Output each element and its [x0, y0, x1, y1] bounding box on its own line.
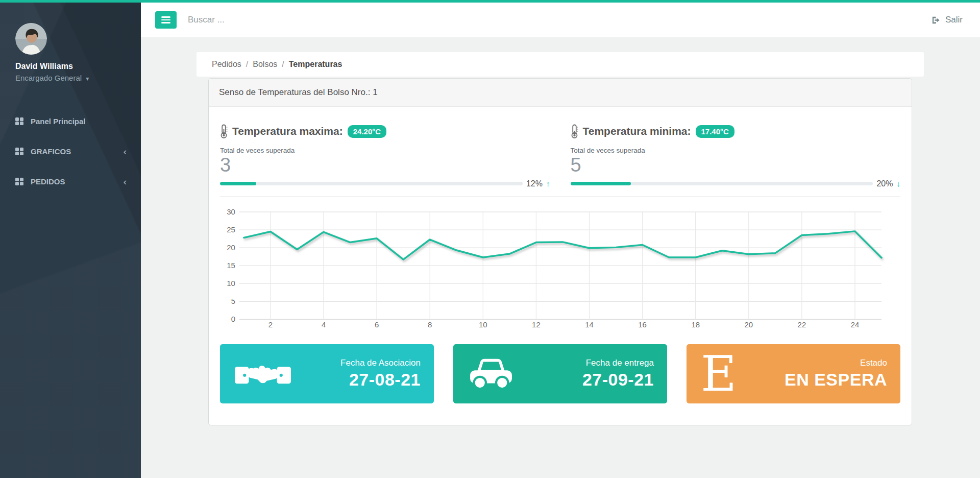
- svg-text:6: 6: [375, 320, 379, 329]
- svg-text:20: 20: [227, 243, 235, 252]
- svg-text:24: 24: [851, 320, 860, 329]
- search-input[interactable]: [188, 15, 931, 25]
- breadcrumb-separator: /: [246, 60, 248, 69]
- user-name: David Williams: [15, 62, 141, 71]
- app-layout: David Williams Encargado General ▾ Panel…: [0, 3, 980, 478]
- info-box-text: Fecha de Asociacion 27-08-21: [340, 358, 421, 390]
- breadcrumb-item-bolsos[interactable]: Bolsos: [253, 60, 277, 69]
- sidebar-item-label: PEDIDOS: [31, 177, 65, 186]
- temperatures-card: Senso de Temperaturas del Bolso Nro.: 1: [208, 78, 912, 425]
- progress-row: 20% ↓: [571, 179, 901, 188]
- svg-text:0: 0: [231, 315, 235, 323]
- avatar[interactable]: [15, 23, 47, 55]
- info-box-text: Fecha de entrega 27-09-21: [582, 358, 654, 390]
- min-temp-badge: 17.40°C: [696, 125, 734, 138]
- info-box-value: 27-09-21: [582, 370, 654, 390]
- svg-text:30: 30: [227, 209, 235, 216]
- topbar: Salir: [141, 3, 980, 37]
- stat-temperatura-maxima: Temperatura maxima: 24.20°C Total de vec…: [220, 124, 550, 188]
- avatar-photo: [15, 23, 47, 55]
- chevron-left-icon: ‹: [124, 147, 127, 156]
- info-box-label: Estado: [785, 358, 887, 368]
- breadcrumb-separator: /: [282, 60, 284, 69]
- letter-e-icon: E: [701, 352, 737, 396]
- svg-text:14: 14: [585, 320, 594, 329]
- stat-count: 5: [571, 155, 901, 176]
- info-box-value: EN ESPERA: [785, 370, 887, 390]
- grid-icon: [15, 117, 23, 125]
- svg-text:25: 25: [227, 225, 235, 234]
- sign-out-icon: [931, 15, 941, 25]
- info-box-text: Estado EN ESPERA: [785, 358, 887, 390]
- info-box-fecha-asociacion: Fecha de Asociacion 27-08-21: [220, 344, 434, 403]
- svg-text:8: 8: [428, 320, 432, 329]
- progress-row: 12% ↑: [220, 179, 550, 188]
- logout-label: Salir: [945, 15, 963, 25]
- sidebar-item-label: Panel Principal: [31, 117, 86, 126]
- max-temp-badge: 24.20°C: [348, 125, 386, 138]
- handshake-icon: [234, 357, 291, 391]
- svg-text:16: 16: [638, 320, 647, 329]
- info-box-value: 27-08-21: [340, 370, 421, 390]
- thermometer-icon: [220, 124, 228, 138]
- card-title: Senso de Temperaturas del Bolso Nro.: 1: [219, 87, 378, 97]
- info-box-label: Fecha de Asociacion: [340, 358, 421, 368]
- svg-text:15: 15: [227, 261, 235, 270]
- svg-text:5: 5: [231, 297, 235, 305]
- svg-text:12: 12: [532, 320, 541, 329]
- sidebar-item-panel-principal[interactable]: Panel Principal: [0, 110, 141, 132]
- info-box-label: Fecha de entrega: [582, 358, 654, 368]
- svg-text:10: 10: [479, 320, 487, 329]
- car-icon: [468, 354, 514, 394]
- info-boxes-row: Fecha de Asociacion 27-08-21: [220, 344, 900, 403]
- breadcrumb-current: Temperaturas: [289, 60, 342, 69]
- stats-row: Temperatura maxima: 24.20°C Total de vec…: [220, 124, 900, 188]
- caret-down-icon: ▾: [86, 75, 89, 82]
- svg-text:18: 18: [691, 320, 700, 329]
- content: Pedidos / Bolsos / Temperaturas Senso de…: [141, 37, 980, 478]
- breadcrumb-item-pedidos[interactable]: Pedidos: [212, 60, 241, 69]
- chevron-left-icon: ‹: [124, 177, 127, 186]
- svg-text:4: 4: [322, 320, 326, 329]
- arrow-down-icon: ↓: [897, 179, 901, 188]
- sidebar: David Williams Encargado General ▾ Panel…: [0, 3, 141, 478]
- svg-text:2: 2: [268, 320, 273, 329]
- stat-count: 3: [220, 155, 550, 176]
- user-panel: David Williams Encargado General ▾: [0, 3, 141, 82]
- thermometer-icon: [571, 124, 578, 138]
- sidebar-menu: Panel Principal GRAFICOS ‹ PEDIDOS ‹: [0, 110, 141, 193]
- card-header: Senso de Temperaturas del Bolso Nro.: 1: [209, 79, 912, 107]
- sidebar-toggle-button[interactable]: [155, 11, 177, 29]
- hamburger-icon: [161, 16, 170, 23]
- temperature-line-chart: 05101520253024681012141618202224: [220, 209, 900, 329]
- stat-title: Temperatura maxima: 24.20°C: [220, 124, 550, 138]
- stat-title: Temperatura minima: 17.40°C: [571, 124, 901, 138]
- progress-bar: [220, 182, 523, 185]
- breadcrumb: Pedidos / Bolsos / Temperaturas: [197, 52, 924, 77]
- arrow-up-icon: ↑: [546, 179, 550, 188]
- sidebar-item-graficos[interactable]: GRAFICOS ‹: [0, 140, 141, 162]
- divider: [220, 196, 900, 197]
- stat-title-text: Temperatura maxima:: [232, 125, 343, 137]
- svg-text:20: 20: [745, 320, 753, 329]
- stat-title-text: Temperatura minima:: [583, 125, 691, 137]
- progress-percent: 12%: [526, 179, 543, 188]
- card-body: Temperatura maxima: 24.20°C Total de vec…: [209, 107, 912, 425]
- user-role-dropdown[interactable]: Encargado General ▾: [15, 74, 141, 82]
- svg-text:10: 10: [227, 279, 235, 288]
- grid-icon: [15, 148, 23, 155]
- progress-percent: 20%: [876, 179, 893, 188]
- stat-subtitle: Total de veces superada: [220, 147, 550, 154]
- sidebar-item-pedidos[interactable]: PEDIDOS ‹: [0, 170, 141, 193]
- svg-text:22: 22: [798, 320, 806, 329]
- chart-container: 05101520253024681012141618202224: [220, 209, 900, 329]
- info-box-estado: E Estado EN ESPERA: [687, 344, 900, 403]
- stat-temperatura-minima: Temperatura minima: 17.40°C Total de vec…: [571, 124, 901, 188]
- sidebar-item-label: GRAFICOS: [31, 147, 71, 156]
- progress-bar: [571, 182, 873, 185]
- info-box-fecha-entrega: Fecha de entrega 27-09-21: [453, 344, 667, 403]
- logout-button[interactable]: Salir: [931, 15, 963, 25]
- stat-subtitle: Total de veces superada: [571, 147, 901, 154]
- main-area: Salir Pedidos / Bolsos / Temperaturas Se…: [141, 3, 980, 478]
- grid-icon: [15, 178, 23, 185]
